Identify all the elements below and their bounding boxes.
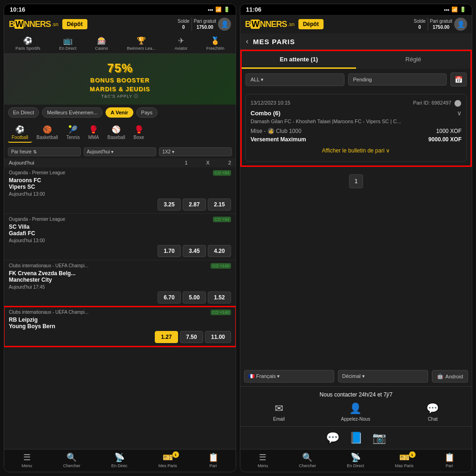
cols-header: 1 X 2 [185, 160, 231, 165]
platform-button[interactable]: 🤖 Android [432, 370, 468, 383]
page-1-button[interactable]: 1 [349, 174, 363, 188]
day-select[interactable]: Aujourd'hui ▾ [84, 147, 157, 156]
sport-boxe[interactable]: 🥊 Boxe [130, 123, 148, 143]
pending-label: Pending [353, 77, 372, 82]
teams-0: Maroons FC Vipers SC [9, 177, 231, 190]
contact-chat[interactable]: 💬 Chat [426, 403, 439, 422]
email-icon: ✉ [275, 403, 283, 415]
odd2-2[interactable]: 1.52 [208, 291, 231, 304]
oddX-3[interactable]: 7.50 [180, 331, 203, 343]
en-direc-icon: 📡 [114, 452, 125, 463]
status-bar-left: 10:16 ▪▪▪ 📶 🔋 [4, 4, 236, 15]
bottom-en-direct-right[interactable]: 📡 En Direct [347, 452, 364, 468]
basketball-label: Basketball [37, 135, 58, 140]
baseball-label: Baseball [107, 135, 125, 140]
paris-sportifs-label: Paris Sportifs [15, 46, 40, 51]
sport-football[interactable]: ⚽ Football [8, 123, 32, 143]
facebook-icon[interactable]: 📘 [349, 431, 363, 444]
sport-tennis[interactable]: 🎾 Tennis [63, 123, 84, 143]
league-1: Ouganda - Premier League CO +94 [9, 217, 231, 222]
filter-en-direct[interactable]: En Direct [8, 107, 39, 118]
pari-value-right: 1750.00 [430, 24, 452, 30]
sort-select[interactable]: Par heure ⇅ [8, 147, 81, 156]
versement-value: 9000.00 XOF [429, 136, 462, 143]
odd1-1[interactable]: 1.70 [158, 245, 181, 257]
teams-2: FK Crvena Zvezda Belg... Manchester City [9, 270, 231, 283]
expand-icon[interactable]: ∨ [457, 109, 462, 117]
odd1-3[interactable]: 1.27 [155, 331, 178, 343]
nav-icons-left: ⚽ Paris Sportifs 📺 En Direct 🎰 Casino 🏆 … [4, 33, 236, 54]
combo-label: Combo (6) [251, 110, 280, 117]
odd2-1[interactable]: 4.20 [208, 245, 231, 257]
profile-icon-left[interactable]: 👤 [218, 18, 231, 31]
type-select[interactable]: 1X2 ▾ [159, 147, 232, 156]
bet-card: 13/12/2023 10:15 Pari ID: 6982497 ⬤ Comb… [245, 94, 467, 162]
all-select[interactable]: ALL ▾ [245, 73, 344, 86]
contact-phone[interactable]: 👤 Appelez-Nous [341, 403, 370, 422]
sport-baseball[interactable]: ⚾ Baseball [104, 123, 129, 143]
solde-value-right: 0 [414, 24, 426, 30]
depot-button-right[interactable]: Dépôt [298, 19, 324, 29]
nav-bwinners-league[interactable]: 🏆 Bwinners Lea... [127, 36, 156, 51]
profile-icon-right[interactable]: 👤 [454, 18, 467, 31]
nav-paris-sportifs[interactable]: ⚽ Paris Sportifs [15, 36, 40, 51]
afficher-button[interactable]: Afficher le bulletin de pari ∨ [251, 145, 462, 157]
bottom-mes-paris[interactable]: 🎫 1 Mes Paris [159, 452, 177, 468]
filter-pays[interactable]: Pays [136, 107, 158, 118]
nav-en-direct[interactable]: 📺 En Direct [59, 36, 76, 51]
mise-value: 1000 XOF [436, 128, 462, 134]
teams-3: RB Leipzig Young Boys Bern [9, 317, 231, 330]
bottom-en-direc[interactable]: 📡 En Direc [111, 452, 127, 468]
bottom-pari-right[interactable]: 📋 Pari [444, 452, 455, 468]
banner-tc: T&C's Apply ⓘ [10, 93, 230, 99]
mise-label: Mise - 💰 Club 1000 [251, 128, 301, 134]
banner-percent: 75% [10, 60, 230, 76]
bottom-chercher-right[interactable]: 🔍 Chercher [299, 452, 316, 468]
oddX-2[interactable]: 5.00 [183, 291, 206, 304]
tabs-row: En attente (1) Réglé [242, 51, 470, 69]
sport-mma[interactable]: 🥊 MMA [85, 123, 103, 143]
oddX-0[interactable]: 2.87 [183, 198, 206, 211]
bottom-chercher[interactable]: 🔍 Chercher [63, 452, 80, 468]
format-select[interactable]: Décimal ▾ [338, 370, 428, 383]
filter-a-venir[interactable]: A Venir [106, 107, 133, 118]
bottom-pari[interactable]: 📋 Pari [208, 452, 218, 468]
oddX-1[interactable]: 3.45 [183, 245, 206, 257]
banner-line1: BONUS BOOSTER [10, 76, 230, 85]
nav-free2win[interactable]: 🏅 Free2Win [206, 36, 225, 51]
lang-select[interactable]: 🇫🇷 Français ▾ [244, 370, 334, 383]
tab-regle[interactable]: Réglé [356, 51, 470, 69]
solde-label-right: Solde [414, 18, 426, 24]
back-arrow[interactable]: ‹ [246, 37, 248, 46]
pari-icon-right: 📋 [444, 452, 455, 463]
odd2-3[interactable]: 11.00 [205, 331, 231, 343]
contact-email[interactable]: ✉ Email [273, 403, 285, 422]
paris-sportifs-icon: ⚽ [23, 36, 33, 45]
instagram-icon[interactable]: 📷 [372, 431, 386, 444]
whatsapp-icon[interactable]: 💬 [326, 431, 340, 444]
pending-select[interactable]: Pending [348, 73, 447, 86]
contact-icons: ✉ Email 👤 Appelez-Nous 💬 Chat [245, 403, 467, 422]
header-right: BWNNERS .sn Dépôt Solde 0 Pari gratuit 1… [240, 15, 472, 33]
calendar-button[interactable]: 📅 [450, 73, 467, 86]
bottom-menu-right[interactable]: ☰ Menu [258, 452, 268, 468]
depot-button-left[interactable]: Dépôt [62, 19, 87, 29]
nav-aviator[interactable]: ✈ Aviator [174, 36, 187, 51]
share-button[interactable]: ⬤ [454, 99, 462, 106]
tab-en-attente[interactable]: En attente (1) [242, 51, 356, 69]
header-left: BWNNERS .sn Dépôt Solde 0 Pari gratuit 1… [4, 15, 236, 33]
filter-meilleurs[interactable]: Meilleurs Evénemen... [42, 107, 103, 118]
logo-w-right: W [251, 20, 260, 29]
bottom-menu[interactable]: ☰ Menu [21, 452, 32, 468]
odd1-0[interactable]: 3.25 [158, 198, 181, 211]
tab-regle-label: Réglé [405, 56, 421, 63]
pari-label-right: Pari [446, 463, 453, 468]
divider-right [428, 18, 428, 31]
league-name-2: Clubs internationaux - UEFA Champi... [9, 263, 88, 269]
pagination-area: 1 [240, 167, 472, 196]
sport-basketball[interactable]: 🏀 Basketball [33, 123, 62, 143]
bottom-mas-paris-right[interactable]: 🎫 1 Mas Paris [395, 452, 414, 468]
odd2-0[interactable]: 2.15 [208, 198, 231, 211]
odd1-2[interactable]: 6.70 [158, 291, 181, 304]
nav-casino[interactable]: 🎰 Casino [95, 36, 108, 51]
